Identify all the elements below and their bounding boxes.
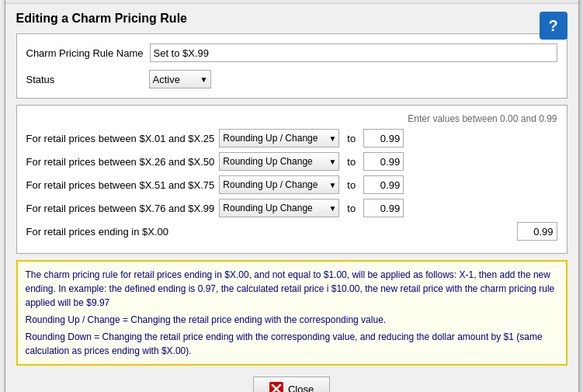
name-status-panel: Charm Pricing Rule Name Status Active In…: [16, 33, 567, 99]
rounding-select-3[interactable]: Rounding Up / Change Rounding Up Change …: [219, 199, 339, 217]
name-field-row: Charm Pricing Rule Name: [26, 43, 557, 62]
hint-text: Enter values between 0.00 and 0.99: [26, 113, 557, 124]
close-button-label: Close: [288, 383, 314, 393]
rounding-select-wrapper-1: Rounding Up / Change Rounding Up Change …: [219, 152, 339, 171]
rounding-select-wrapper-0: Rounding Up / Change Rounding Up Change …: [219, 129, 339, 147]
to-label-3: to: [347, 203, 356, 214]
value-input-0[interactable]: [363, 129, 404, 147]
window-content: ? Editing a Charm Pricing Rule Charm Pri…: [5, 4, 578, 392]
status-select[interactable]: Active Inactive: [149, 70, 211, 88]
price-row-label-3: For retail prices between $X.76 and $X.9…: [26, 203, 215, 214]
svg-rect-0: [269, 382, 283, 392]
price-row-label-2: For retail prices between $X.51 and $X.7…: [26, 179, 215, 191]
rounding-select-wrapper-3: Rounding Up / Change Rounding Up Change …: [219, 199, 339, 217]
value-input-2[interactable]: [363, 175, 404, 194]
rounding-select-wrapper-2: Rounding Up / Change Rounding Up Change …: [219, 175, 339, 194]
value-input-1[interactable]: [363, 152, 404, 171]
to-label-1: to: [347, 156, 356, 168]
pricing-panel: Enter values between 0.00 and 0.99 For r…: [16, 105, 567, 254]
page-title: Editing a Charm Pricing Rule: [16, 12, 567, 26]
rounding-select-2[interactable]: Rounding Up / Change Rounding Up Change …: [219, 175, 339, 194]
note-1: Rounding Up / Change = Changing the reta…: [26, 313, 558, 327]
price-row-0: For retail prices between $X.01 and $X.2…: [26, 129, 557, 147]
to-label-0: to: [347, 133, 356, 144]
price-row-label-4: For retail prices ending in $X.00: [26, 226, 201, 238]
price-row-2: For retail prices between $X.51 and $X.7…: [26, 175, 557, 194]
close-button[interactable]: Close: [253, 376, 330, 392]
price-row-1: For retail prices between $X.26 and $X.5…: [26, 152, 557, 171]
help-button[interactable]: ?: [540, 12, 567, 40]
to-label-2: to: [347, 179, 356, 191]
rounding-select-0[interactable]: Rounding Up / Change Rounding Up Change …: [219, 129, 339, 147]
status-select-wrapper: Active Inactive ▼: [149, 70, 211, 88]
status-field-row: Status Active Inactive ▼: [26, 70, 557, 88]
main-window: F Filopto - Editing a Charm Pricing Rule…: [5, 0, 579, 392]
price-row-label-1: For retail prices between $X.26 and $X.5…: [26, 156, 215, 168]
price-row-3: For retail prices between $X.76 and $X.9…: [26, 199, 557, 217]
price-row-4: For retail prices ending in $X.00: [26, 222, 557, 241]
close-x-icon: [269, 382, 283, 392]
status-label: Status: [26, 74, 143, 85]
charm-rule-name-input[interactable]: [150, 43, 557, 62]
note-2: Rounding Down = Changing the retail pric…: [26, 330, 558, 358]
price-row-label-0: For retail prices between $X.01 and $X.2…: [26, 133, 215, 144]
rounding-select-1[interactable]: Rounding Up / Change Rounding Up Change …: [219, 152, 339, 171]
notes-panel: The charm pricing rule for retail prices…: [16, 260, 567, 366]
note-0: The charm pricing rule for retail prices…: [26, 268, 558, 310]
footer: Close: [16, 373, 567, 392]
value-input-3[interactable]: [363, 199, 404, 217]
name-label: Charm Pricing Rule Name: [26, 47, 144, 59]
value-input-4[interactable]: [517, 222, 557, 241]
